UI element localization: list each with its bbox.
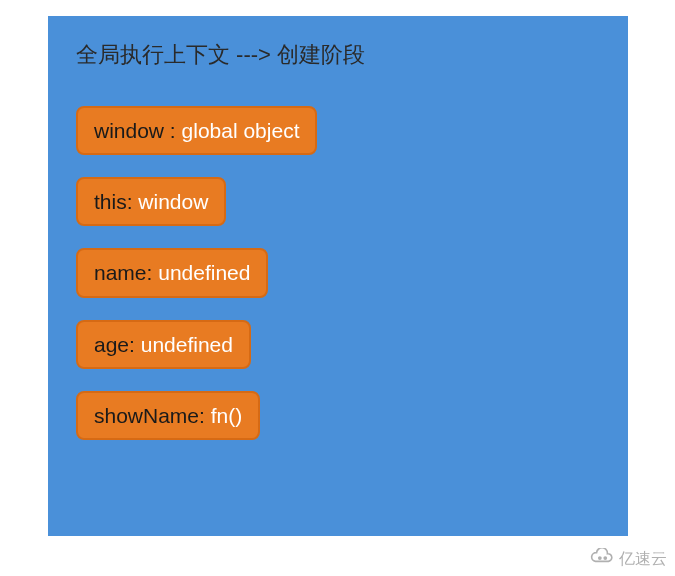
cloud-icon [589,548,615,570]
var-pill-showname: showName: fn() [76,391,260,440]
var-value: undefined [158,261,250,284]
var-value: window [138,190,208,213]
watermark-text: 亿速云 [619,549,667,570]
var-pill-window: window : global object [76,106,317,155]
var-key: window : [94,119,182,142]
var-value: undefined [141,333,233,356]
panel-title: 全局执行上下文 ---> 创建阶段 [76,40,600,70]
var-key: age: [94,333,141,356]
var-key: name: [94,261,158,284]
var-value: fn() [211,404,243,427]
var-pill-this: this: window [76,177,226,226]
watermark: 亿速云 [589,548,667,570]
context-panel: 全局执行上下文 ---> 创建阶段 window : global object… [48,16,628,536]
svg-point-1 [603,556,607,560]
var-pill-age: age: undefined [76,320,251,369]
var-pill-name: name: undefined [76,248,268,297]
svg-point-0 [598,556,602,560]
var-key: this: [94,190,138,213]
var-value: global object [182,119,300,142]
var-key: showName: [94,404,211,427]
